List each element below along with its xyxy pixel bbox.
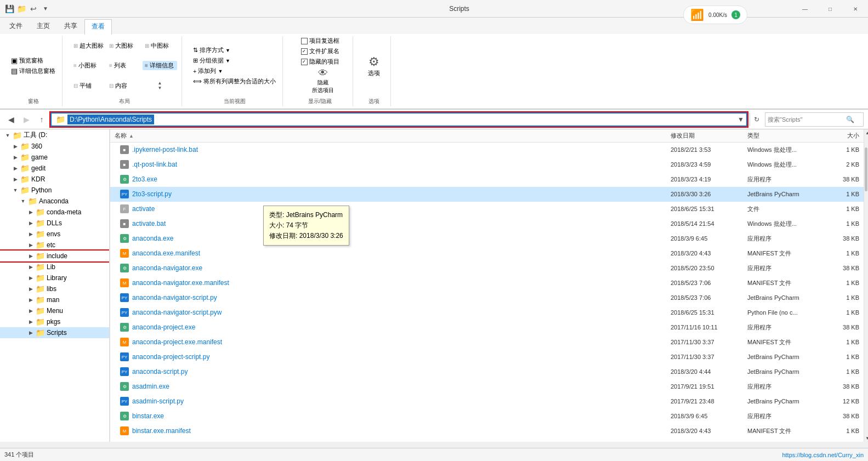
add-column-btn[interactable]: + 添加列 ▼	[191, 66, 225, 76]
tree-expand-icon[interactable]: ▶	[12, 153, 19, 162]
search-icon[interactable]: 🔍	[844, 114, 855, 125]
table-row[interactable]: ■.ipykernel-post-link.bat2018/2/21 3:53W…	[110, 143, 864, 157]
table-row[interactable]: ⚙anaconda.exe2018/3/9 6:45应用程序38 KB	[110, 231, 864, 246]
options-btn[interactable]: ⚙ 选项	[362, 54, 386, 78]
table-row[interactable]: ⚙anaconda-navigator.exe2018/5/20 23:50应用…	[110, 261, 864, 276]
list-btn[interactable]: ≡ 列表	[107, 61, 141, 70]
sidebar-item-dlls[interactable]: ▶📁DLLs	[0, 218, 109, 229]
tile-btn[interactable]: ⊟ 平铺	[71, 81, 106, 90]
tree-expand-icon[interactable]: ▼	[20, 197, 26, 206]
table-row[interactable]: Manaconda.exe.manifest2018/3/20 4:43MANI…	[110, 246, 864, 261]
details-btn[interactable]: ≡ 详细信息	[143, 61, 177, 70]
close-button[interactable]: ✕	[843, 0, 868, 18]
table-row[interactable]: PYanaconda-navigator-script.pyw2018/6/25…	[110, 305, 864, 320]
tree-expand-icon[interactable]: ▶	[27, 263, 34, 271]
folder-icon[interactable]: 📁	[16, 4, 26, 14]
scrollbar-thumb[interactable]	[865, 147, 867, 191]
sort-by-btn[interactable]: ⇅ 排序方式 ▼	[191, 45, 232, 55]
table-row[interactable]: ⚙2to3.exe2018/3/23 4:19应用程序38 KB	[110, 172, 864, 187]
col-type[interactable]: 类型	[743, 132, 820, 140]
table-row[interactable]: PYanaconda-navigator-script.py2018/5/23 …	[110, 291, 864, 305]
col-size[interactable]: 大小	[820, 132, 864, 140]
sidebar-item-libs[interactable]: ▶📁libs	[0, 283, 109, 294]
dropdown-icon[interactable]: ▼	[41, 4, 50, 14]
small-icon-btn[interactable]: ≡ 小图标	[71, 61, 106, 70]
tree-expand-icon[interactable]: ▶	[27, 241, 34, 249]
scrollbar-track[interactable]: ▲ ▼	[864, 129, 868, 442]
sidebar-item-----d-[interactable]: ▼📁工具 (D:	[0, 129, 109, 141]
table-row[interactable]: PYanaconda-project-script.py2017/11/30 3…	[110, 350, 864, 365]
table-row[interactable]: PY2to3-script.py2018/3/30 3:26JetBrains …	[110, 187, 864, 202]
tree-expand-icon[interactable]: ▶	[27, 274, 34, 282]
table-row[interactable]: PYanaconda-script.py2018/3/20 4:44JetBra…	[110, 365, 864, 379]
scroll-up-arrow[interactable]: ▲	[864, 129, 868, 136]
forward-button[interactable]: ▶	[20, 113, 33, 126]
col-date[interactable]: 修改日期	[666, 132, 743, 140]
tree-expand-icon[interactable]: ▼	[12, 186, 19, 195]
sidebar-item-gedit[interactable]: ▶📁gedit	[0, 163, 109, 174]
sidebar-item-lib[interactable]: ▶📁Lib	[0, 261, 109, 272]
hidden-items-btn[interactable]: 隐藏的项目	[299, 57, 342, 66]
tree-expand-icon[interactable]: ▶	[12, 142, 19, 151]
col-name[interactable]: 名称 ▲	[110, 132, 666, 140]
up-button[interactable]: ↑	[35, 113, 48, 126]
tree-expand-icon[interactable]: ▶	[27, 252, 34, 260]
sidebar-item-360[interactable]: ▶📁360	[0, 141, 109, 152]
sidebar-item-anaconda[interactable]: ▼📁Anaconda	[0, 196, 109, 207]
tree-expand-icon[interactable]: ▶	[12, 175, 19, 184]
table-row[interactable]: ⚙anaconda-project.exe2017/11/16 10:11应用程…	[110, 320, 864, 335]
tab-file[interactable]: 文件	[2, 19, 30, 34]
maximize-button[interactable]: □	[818, 0, 843, 18]
extra-large-icon-btn[interactable]: ⊞ 超大图标	[71, 41, 106, 50]
layout-down-arrow[interactable]: ▼	[158, 86, 162, 90]
fit-columns-btn[interactable]: ⟺ 将所有列调整为合适的大小	[191, 77, 278, 86]
tree-expand-icon[interactable]: ▶	[27, 284, 34, 293]
search-input[interactable]	[768, 116, 844, 123]
tab-share[interactable]: 共享	[57, 19, 84, 34]
sidebar-item-python[interactable]: ▼📁Python	[0, 185, 109, 196]
table-row[interactable]: PYasadmin-script.py2017/9/21 23:48JetBra…	[110, 394, 864, 409]
table-row[interactable]: ⚙binstar.exe2018/3/9 6:45应用程序38 KB	[110, 409, 864, 424]
tree-expand-icon[interactable]: ▶	[27, 295, 34, 304]
address-dropdown-arrow[interactable]: ▼	[737, 116, 744, 123]
sidebar-item-envs[interactable]: ▶📁envs	[0, 229, 109, 240]
refresh-button[interactable]: ↻	[750, 113, 763, 126]
tree-expand-icon[interactable]: ▼	[4, 131, 11, 140]
tree-expand-icon[interactable]: ▶	[27, 230, 34, 238]
sidebar-item-man[interactable]: ▶📁man	[0, 294, 109, 305]
tab-view[interactable]: 查看	[84, 19, 112, 35]
undo-icon[interactable]: ↩	[29, 4, 38, 14]
sidebar-item-etc[interactable]: ▶📁etc	[0, 240, 109, 251]
sidebar-item-library[interactable]: ▶📁Library	[0, 272, 109, 283]
sidebar-item-scripts[interactable]: ▶📁Scripts	[0, 327, 109, 338]
tree-expand-icon[interactable]: ▶	[27, 306, 34, 315]
sidebar-item-conda-meta[interactable]: ▶📁conda-meta	[0, 207, 109, 218]
table-row[interactable]: ■activate.bat2018/5/14 21:54Windows 批处理.…	[110, 217, 864, 231]
item-checkbox-btn[interactable]: 项目复选框	[299, 36, 342, 45]
tree-expand-icon[interactable]: ▶	[27, 219, 34, 227]
tree-expand-icon[interactable]: ▶	[27, 208, 34, 217]
table-row[interactable]: ■.qt-post-link.bat2018/3/23 4:59Windows …	[110, 157, 864, 172]
table-row[interactable]: Manaconda-navigator.exe.manifest2018/5/2…	[110, 276, 864, 291]
content-btn[interactable]: ⊟ 内容	[107, 81, 141, 90]
sidebar-item-kdr[interactable]: ▶📁KDR	[0, 174, 109, 185]
minimize-button[interactable]: —	[792, 0, 818, 18]
table-row[interactable]: ⚙asadmin.exe2017/9/21 19:51应用程序38 KB	[110, 379, 864, 394]
tree-expand-icon[interactable]: ▶	[27, 328, 34, 337]
medium-icon-btn[interactable]: ⊞ 中图标	[143, 41, 177, 50]
tab-home[interactable]: 主页	[30, 19, 57, 34]
file-extension-btn[interactable]: 文件扩展名	[299, 47, 342, 56]
tree-expand-icon[interactable]: ▶	[12, 164, 19, 173]
table-row[interactable]: Factivate2018/6/25 15:31文件1 KB	[110, 202, 864, 217]
table-row[interactable]: Mbinstar.exe.manifest2018/3/20 4:43MANIF…	[110, 424, 864, 439]
sidebar-item-menu[interactable]: ▶📁Menu	[0, 305, 109, 316]
save-icon[interactable]: 💾	[4, 4, 14, 14]
sidebar-item-pkgs[interactable]: ▶📁pkgs	[0, 316, 109, 327]
scroll-down-arrow[interactable]: ▼	[864, 435, 868, 442]
details-pane-btn[interactable]: ▤ 详细信息窗格	[9, 66, 58, 76]
large-icon-btn[interactable]: ⊞ 大图标	[107, 41, 141, 50]
address-bar[interactable]: 📁 D:\Python\Anaconda\Scripts ▼	[50, 112, 747, 127]
sidebar-item-game[interactable]: ▶📁game	[0, 152, 109, 163]
sidebar-item-include[interactable]: ▶📁include	[0, 251, 109, 261]
tree-expand-icon[interactable]: ▶	[27, 317, 34, 326]
